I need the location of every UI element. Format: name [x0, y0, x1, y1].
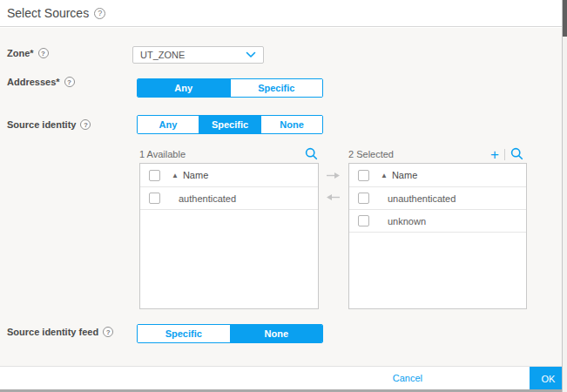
- source-identity-feed-toggle: Specific None: [137, 324, 323, 343]
- search-icon[interactable]: [510, 147, 523, 164]
- sort-asc-icon[interactable]: ▲: [172, 172, 179, 179]
- source-identity-none-button[interactable]: None: [260, 116, 322, 133]
- row-checkbox[interactable]: [149, 193, 160, 204]
- dialog-footer: Cancel OK: [0, 366, 562, 389]
- available-list-title: 1 Available: [139, 149, 186, 159]
- page-title: Select Sources: [7, 6, 89, 20]
- add-icon[interactable]: +: [490, 149, 499, 161]
- selected-list-title: 2 Selected: [348, 149, 394, 159]
- move-right-icon[interactable]: [326, 167, 341, 183]
- transfer-arrows: [326, 167, 341, 205]
- feed-none-button[interactable]: None: [230, 325, 323, 342]
- zone-dropdown-value: UT_ZONE: [140, 50, 185, 60]
- selected-select-all-checkbox[interactable]: [358, 170, 369, 181]
- table-row[interactable]: unauthenticated: [349, 187, 526, 210]
- zone-help-icon[interactable]: ?: [38, 48, 49, 58]
- zone-label-text: Zone*: [7, 48, 34, 58]
- table-row[interactable]: unknown: [349, 210, 526, 233]
- available-name-column-header[interactable]: Name: [183, 170, 208, 180]
- source-identity-any-button[interactable]: Any: [138, 116, 199, 133]
- feed-specific-button[interactable]: Specific: [138, 325, 230, 342]
- scrollbar-thumb[interactable]: [563, 0, 567, 37]
- row-checkbox[interactable]: [358, 215, 369, 226]
- addresses-help-icon[interactable]: ?: [64, 77, 75, 87]
- search-icon[interactable]: [305, 147, 318, 164]
- available-select-all-checkbox[interactable]: [149, 170, 160, 181]
- zone-label: Zone* ?: [7, 48, 49, 58]
- row-label: unauthenticated: [388, 193, 456, 204]
- addresses-toggle: Any Specific: [137, 78, 323, 98]
- move-left-icon[interactable]: [326, 189, 341, 205]
- select-sources-dialog: Select Sources ? Zone* ? UT_ZONE Address…: [0, 0, 567, 392]
- source-identity-help-icon[interactable]: ?: [80, 119, 91, 130]
- addresses-label: Addresses* ?: [7, 77, 75, 87]
- selected-name-column-header[interactable]: Name: [392, 170, 417, 180]
- source-identity-feed-label: Source identity feed ?: [7, 327, 113, 337]
- row-label: authenticated: [179, 193, 236, 204]
- addresses-label-text: Addresses*: [7, 77, 60, 87]
- dialog-body: Zone* ? UT_ZONE Addresses* ? Any Specifi…: [0, 28, 562, 366]
- title-help-icon[interactable]: ?: [94, 8, 105, 19]
- table-row[interactable]: authenticated: [140, 187, 318, 210]
- row-checkbox[interactable]: [358, 193, 369, 204]
- source-identity-specific-button[interactable]: Specific: [199, 116, 260, 133]
- chevron-down-icon: [246, 51, 256, 58]
- sort-asc-icon[interactable]: ▲: [381, 172, 388, 179]
- scrollbar-track[interactable]: [563, 0, 567, 392]
- addresses-specific-button[interactable]: Specific: [230, 79, 323, 97]
- source-identity-feed-label-text: Source identity feed: [7, 327, 98, 337]
- selected-list: ▲ Name unauthenticated unknown: [348, 163, 527, 309]
- selected-header-row: ▲ Name: [349, 164, 526, 187]
- tools-divider: [504, 149, 505, 160]
- source-identity-toggle: Any Specific None: [137, 115, 323, 134]
- source-identity-label-text: Source identity: [7, 119, 76, 130]
- selected-list-tools: +: [490, 145, 523, 164]
- available-list-tools: [305, 147, 318, 164]
- dialog-header: Select Sources ?: [0, 0, 562, 27]
- available-list: ▲ Name authenticated: [139, 163, 319, 309]
- row-label: unknown: [388, 216, 426, 226]
- cancel-button[interactable]: Cancel: [393, 373, 422, 383]
- addresses-any-button[interactable]: Any: [138, 79, 230, 97]
- available-header-row: ▲ Name: [140, 164, 318, 187]
- source-identity-label: Source identity ?: [7, 119, 91, 130]
- source-identity-feed-help-icon[interactable]: ?: [103, 327, 113, 337]
- zone-dropdown[interactable]: UT_ZONE: [132, 46, 264, 64]
